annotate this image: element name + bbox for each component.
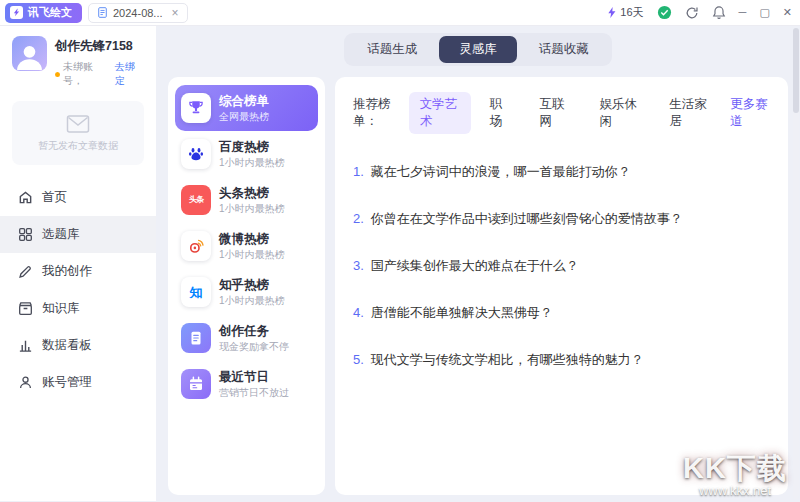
window-scrollbar[interactable] bbox=[793, 28, 799, 499]
close-tab-icon[interactable]: × bbox=[172, 6, 179, 20]
minimize-button[interactable]: ─ bbox=[739, 7, 747, 18]
board-item-weibo[interactable]: 微博热榜1小时内最热榜 bbox=[175, 223, 318, 269]
document-icon bbox=[97, 6, 108, 19]
topic-text: 国产续集创作最大的难点在于什么？ bbox=[371, 258, 579, 275]
document-tab-label: 2024-08... bbox=[113, 7, 163, 19]
sidebar-item-account[interactable]: 账号管理 bbox=[0, 364, 156, 401]
topic-number: 2. bbox=[353, 211, 364, 228]
envelope-icon bbox=[65, 114, 91, 134]
empty-articles-card: 暂无发布文章数据 bbox=[12, 101, 144, 165]
main-area: 话题生成 灵感库 话题收藏 综合榜单全网最热榜 bbox=[156, 26, 800, 501]
document-tab[interactable]: 2024-08... × bbox=[88, 3, 188, 23]
username: 创作先锋7158 bbox=[55, 36, 144, 55]
sidebar-item-home[interactable]: 首页 bbox=[0, 179, 156, 216]
tab-topic-favorites[interactable]: 话题收藏 bbox=[519, 36, 609, 63]
weibo-icon bbox=[181, 231, 211, 261]
app-tab[interactable]: 讯飞绘文 bbox=[5, 3, 82, 23]
category-internet[interactable]: 互联网 bbox=[529, 92, 581, 134]
person-icon bbox=[18, 375, 33, 390]
topic-item-1[interactable]: 1. 藏在七夕诗词中的浪漫，哪一首最能打动你？ bbox=[353, 164, 770, 181]
topic-number: 4. bbox=[353, 305, 364, 322]
sidebar: 创作先锋7158 未绑账号， 去绑定 暂无发布文章数据 首页 bbox=[0, 26, 156, 501]
refresh-icon[interactable] bbox=[685, 6, 699, 20]
topic-text: 藏在七夕诗词中的浪漫，哪一首最能打动你？ bbox=[371, 164, 631, 181]
verified-check-icon[interactable] bbox=[657, 5, 672, 20]
grid-icon bbox=[18, 227, 33, 242]
maximize-button[interactable]: ▢ bbox=[759, 7, 769, 18]
task-doc-icon bbox=[181, 323, 211, 353]
app-window: 讯飞绘文 2024-08... × 16天 ─ ▢ ✕ bbox=[0, 0, 800, 502]
close-button[interactable]: ✕ bbox=[783, 7, 792, 18]
profile-block: 创作先锋7158 未绑账号， 去绑定 bbox=[12, 36, 144, 88]
bar-chart-icon bbox=[18, 338, 33, 353]
board-item-festivals[interactable]: 最近节日营销节日不放过 bbox=[175, 361, 318, 407]
tab-topic-generate[interactable]: 话题生成 bbox=[347, 36, 437, 63]
board-item-zhihu[interactable]: 知 知乎热榜1小时内最热榜 bbox=[175, 269, 318, 315]
scrollbar-thumb[interactable] bbox=[793, 28, 799, 113]
recommend-label: 推荐榜单： bbox=[353, 96, 403, 130]
board-item-tasks[interactable]: 创作任务现金奖励拿不停 bbox=[175, 315, 318, 361]
sidebar-item-topic-library[interactable]: 选题库 bbox=[0, 216, 156, 253]
calendar-icon bbox=[181, 369, 211, 399]
topic-number: 1. bbox=[353, 164, 364, 181]
category-career[interactable]: 职场 bbox=[479, 92, 521, 134]
app-logo-icon bbox=[10, 6, 23, 19]
toutiao-icon: 头条 bbox=[181, 185, 211, 215]
bind-account-link[interactable]: 去绑定 bbox=[115, 60, 144, 88]
board-item-toutiao[interactable]: 头条 头条热榜1小时内最热榜 bbox=[175, 177, 318, 223]
sidebar-nav: 首页 选题库 我的创作 知识库 数据看板 bbox=[0, 179, 156, 401]
titlebar: 讯飞绘文 2024-08... × 16天 ─ ▢ ✕ bbox=[0, 0, 800, 26]
app-tab-label: 讯飞绘文 bbox=[28, 5, 72, 20]
topic-item-5[interactable]: 5. 现代文学与传统文学相比，有哪些独特的魅力？ bbox=[353, 352, 770, 369]
zhihu-icon: 知 bbox=[181, 277, 211, 307]
topic-item-2[interactable]: 2. 你曾在在文学作品中读到过哪些刻骨铭心的爱情故事？ bbox=[353, 211, 770, 228]
hot-boards-panel: 综合榜单全网最热榜 百度热榜1小时内最热榜 头条 头条热榜1小时内最热榜 bbox=[168, 77, 325, 495]
topic-text: 唐僧能不能单独解决大黑佛母？ bbox=[371, 305, 553, 322]
tab-inspiration-library[interactable]: 灵感库 bbox=[439, 36, 517, 63]
bell-icon[interactable] bbox=[712, 5, 726, 20]
home-icon bbox=[18, 190, 33, 205]
topics-panel: 推荐榜单： 文学艺术 职场 互联网 娱乐休闲 生活家居 更多赛道 1. 藏在七夕… bbox=[335, 77, 788, 495]
titlebar-actions: 16天 ─ ▢ ✕ bbox=[606, 5, 792, 20]
baidu-paw-icon bbox=[181, 139, 211, 169]
board-item-baidu[interactable]: 百度热榜1小时内最热榜 bbox=[175, 131, 318, 177]
bind-status-text: 未绑账号， bbox=[63, 60, 112, 88]
archive-box-icon bbox=[18, 301, 33, 316]
category-filter-row: 推荐榜单： 文学艺术 职场 互联网 娱乐休闲 生活家居 更多赛道 bbox=[353, 92, 770, 134]
topic-text: 你曾在在文学作品中读到过哪些刻骨铭心的爱情故事？ bbox=[371, 211, 683, 228]
trial-days-badge[interactable]: 16天 bbox=[606, 5, 643, 20]
topic-text: 现代文学与传统文学相比，有哪些独特的魅力？ bbox=[371, 352, 644, 369]
sidebar-item-dashboard[interactable]: 数据看板 bbox=[0, 327, 156, 364]
more-categories-link[interactable]: 更多赛道 bbox=[730, 96, 770, 130]
topic-item-4[interactable]: 4. 唐僧能不能单独解决大黑佛母？ bbox=[353, 305, 770, 322]
board-item-composite[interactable]: 综合榜单全网最热榜 bbox=[175, 85, 318, 131]
category-lifestyle[interactable]: 生活家居 bbox=[658, 92, 720, 134]
sidebar-item-my-creations[interactable]: 我的创作 bbox=[0, 253, 156, 290]
pen-icon bbox=[18, 264, 33, 279]
trophy-icon bbox=[181, 93, 211, 123]
top-tabs: 话题生成 灵感库 话题收藏 bbox=[344, 33, 612, 66]
sidebar-item-knowledge-base[interactable]: 知识库 bbox=[0, 290, 156, 327]
category-entertainment[interactable]: 娱乐休闲 bbox=[588, 92, 650, 134]
empty-articles-text: 暂无发布文章数据 bbox=[38, 139, 118, 153]
category-literature[interactable]: 文学艺术 bbox=[409, 92, 471, 134]
avatar[interactable] bbox=[12, 36, 47, 71]
unbound-status-dot bbox=[55, 72, 60, 77]
topic-item-3[interactable]: 3. 国产续集创作最大的难点在于什么？ bbox=[353, 258, 770, 275]
lightning-icon bbox=[606, 6, 617, 19]
topic-number: 5. bbox=[353, 352, 364, 369]
topic-number: 3. bbox=[353, 258, 364, 275]
